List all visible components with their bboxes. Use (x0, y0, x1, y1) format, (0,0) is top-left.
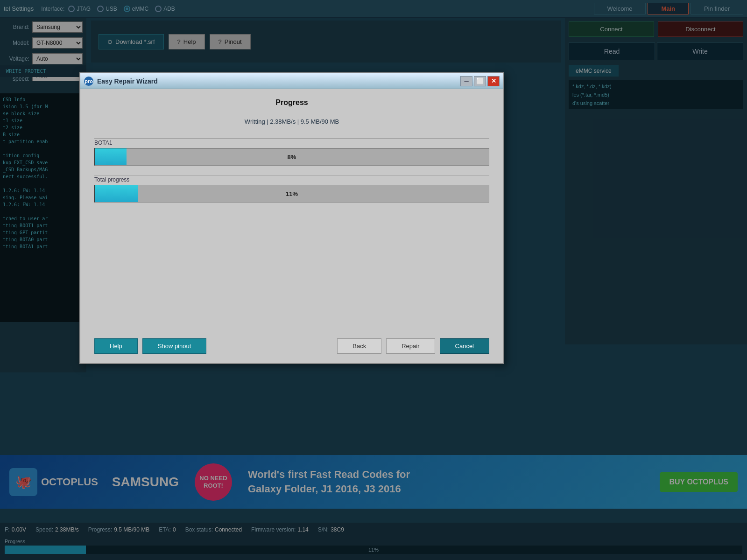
bota1-section: BOTA1 8% (94, 138, 489, 166)
minimize-button[interactable]: ─ (460, 76, 472, 86)
show-pinout-button[interactable]: Show pinout (142, 338, 207, 354)
total-progress-section: Total progress 11% (94, 175, 489, 203)
repair-button[interactable]: Repair (386, 338, 435, 354)
dialog-pro-icon: pro (84, 77, 93, 86)
cancel-button[interactable]: Cancel (440, 338, 489, 354)
total-progress-label: Total progress (94, 175, 489, 183)
bota1-progress-bar: 8% (94, 148, 489, 166)
dialog-title: Easy Repair Wizard (97, 77, 460, 85)
dialog-body: Progress Writting | 2.38MB/s | 9.5 MB/90… (80, 89, 503, 332)
easy-repair-wizard-dialog: pro Easy Repair Wizard ─ ⬜ ✕ Progress Wr… (79, 72, 504, 364)
bota1-progress-text: 8% (288, 154, 296, 161)
restore-button[interactable]: ⬜ (474, 76, 486, 86)
close-button[interactable]: ✕ (487, 76, 500, 86)
total-progress-fill (95, 185, 138, 202)
bota1-label: BOTA1 (94, 138, 489, 146)
progress-title: Progress (94, 98, 489, 107)
back-button[interactable]: Back (337, 338, 381, 354)
progress-status: Writting | 2.38MB/s | 9.5 MB/90 MB (94, 118, 489, 125)
window-controls: ─ ⬜ ✕ (460, 76, 500, 86)
total-progress-bar: 11% (94, 185, 489, 203)
dialog-titlebar: pro Easy Repair Wizard ─ ⬜ ✕ (80, 73, 503, 89)
dialog-help-button[interactable]: Help (94, 338, 138, 354)
bota1-progress-fill (95, 148, 127, 165)
dialog-footer: Help Show pinout Back Repair Cancel (80, 332, 503, 363)
total-progress-text: 11% (286, 190, 298, 197)
